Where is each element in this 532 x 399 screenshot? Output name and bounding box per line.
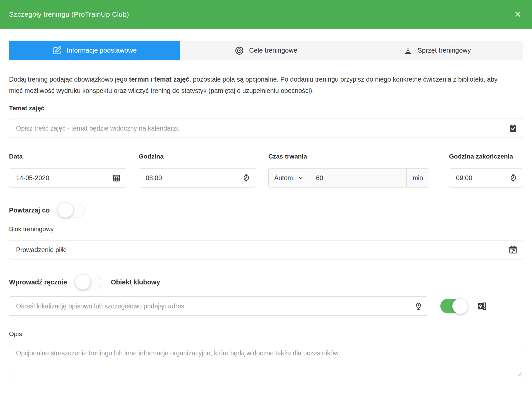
manual-entry-toggle[interactable] — [75, 275, 102, 289]
duration-unit: min — [406, 169, 429, 187]
description-textarea[interactable] — [9, 344, 523, 377]
training-block-label: Blok treningowy — [9, 225, 523, 233]
close-icon[interactable]: ✕ — [514, 10, 521, 19]
map-book-icon[interactable] — [477, 301, 487, 311]
toggle-knob — [75, 274, 91, 290]
tab-sprzet-treningowy[interactable]: Sprzęt treningowy — [352, 41, 523, 60]
tab-cele-treningowe[interactable]: Cele treningowe — [180, 41, 352, 60]
club-facility-label: Obiekt klubowy — [111, 278, 160, 286]
topic-input[interactable] — [9, 119, 523, 138]
tab-label: Sprzęt treningowy — [417, 47, 471, 54]
edit-icon — [53, 46, 62, 55]
duration-label: Czas trwania — [268, 153, 429, 160]
resize-handle-icon[interactable] — [517, 372, 522, 376]
watch-icon[interactable] — [509, 174, 518, 182]
end-time-label: Godzina zakończenia — [449, 153, 523, 160]
duration-input[interactable] — [309, 169, 406, 187]
calendar-dots-icon[interactable] — [508, 245, 518, 254]
clipboard-check-icon[interactable] — [508, 124, 518, 133]
date-label: Data — [9, 153, 126, 160]
modal-title: Szczegóły treningu (ProTrainUp Club) — [9, 10, 129, 18]
training-block-input[interactable] — [9, 240, 523, 259]
duration-mode-select[interactable]: Autom. — [269, 169, 309, 187]
chevron-down-icon — [298, 175, 303, 181]
duration-group: Autom. min — [268, 168, 429, 188]
toggle-knob — [58, 202, 73, 218]
manual-entry-label: Wprowadź ręcznie — [9, 278, 67, 286]
tab-informacje-podstawowe[interactable]: Informacje podstawowe — [9, 41, 180, 60]
toggle-knob — [452, 298, 468, 314]
tab-label: Informacje podstawowe — [67, 47, 137, 54]
tab-label: Cele treningowe — [249, 47, 297, 54]
date-input[interactable] — [9, 168, 126, 188]
start-time-input[interactable] — [139, 168, 256, 188]
tab-bar: Informacje podstawowe Cele treningowe Sp… — [9, 41, 523, 60]
description-label: Opis — [9, 330, 523, 338]
location-pin-icon — [414, 302, 423, 311]
calendar-icon[interactable] — [112, 174, 121, 183]
start-time-label: Godzina — [139, 153, 256, 160]
modal-header: Szczegóły treningu (ProTrainUp Club) ✕ — [0, 0, 532, 29]
text-caret — [16, 124, 16, 133]
watch-icon[interactable] — [242, 174, 251, 182]
topic-label: Temat zajęć — [9, 105, 523, 112]
intro-text: Dodaj trening podając obowiązkowo jego t… — [9, 74, 509, 96]
location-input[interactable] — [9, 296, 428, 316]
target-icon — [235, 46, 244, 55]
repeat-toggle[interactable] — [58, 203, 85, 217]
repeat-label: Powtarzaj co — [9, 206, 50, 214]
club-facility-toggle[interactable] — [440, 299, 467, 313]
cone-icon — [404, 46, 412, 55]
